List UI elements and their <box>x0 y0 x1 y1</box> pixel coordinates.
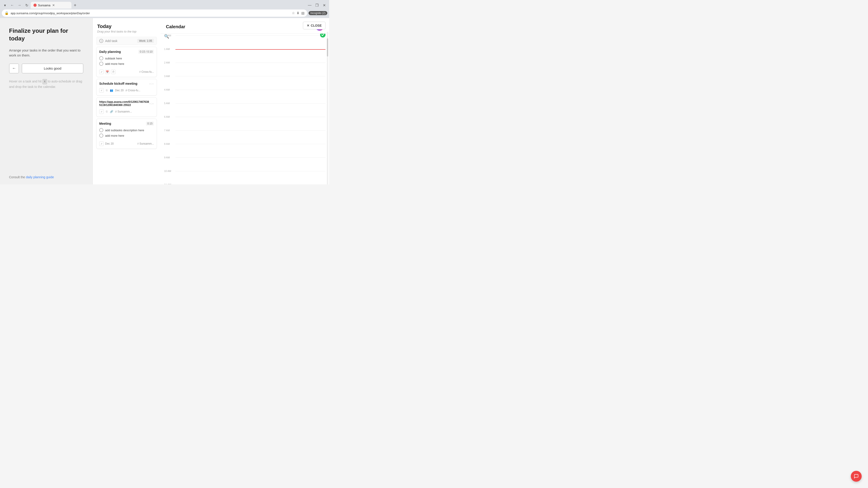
task-footer: ✓ 📅 ⏱ # Cross-fu... <box>99 68 154 74</box>
subtask-text: add more here <box>105 62 124 66</box>
back-nav-btn[interactable]: ← <box>9 2 16 8</box>
app-container: Finalize your plan for today Arrange you… <box>0 18 329 184</box>
forward-nav-btn[interactable]: → <box>16 2 23 8</box>
close-label: CLOSE <box>311 24 322 27</box>
calendar-time-row: 3 AM <box>164 74 326 88</box>
people-icon: 👥 <box>110 89 113 92</box>
calendar-time-row: 8 AM <box>164 142 326 156</box>
task-meta-row: ✓ ① 🔗 # Sunsamm... <box>99 108 154 114</box>
time-label-5am: 5 AM <box>164 101 176 105</box>
tag-text: Sunsamm... <box>140 142 154 145</box>
address-bar[interactable]: 🔒 app.sunsama.com/group/moodjoy_workspac… <box>2 9 307 17</box>
time-label-9am: 9 AM <box>164 156 176 159</box>
check-footer-icon[interactable]: ✓ <box>99 70 104 74</box>
time-label-12am: 12 AM <box>164 34 176 37</box>
add-task-left: + Add task <box>99 39 117 43</box>
task-title: Daily planning <box>99 50 121 54</box>
calendar-scroll[interactable]: 12 AM 1 AM 2 AM <box>160 34 329 184</box>
hint-key: X <box>42 79 47 84</box>
incognito-badge[interactable]: Incognito (2) <box>309 11 327 15</box>
sidebar-icon[interactable]: ▤ <box>301 11 305 15</box>
subtask-text: add subtasks description here <box>105 129 144 132</box>
task-card-header: Meeting 0:15 <box>99 122 154 126</box>
hint-text-before: Hover on a task and hit <box>9 79 41 83</box>
active-tab[interactable]: Sunsama ✕ <box>31 2 71 8</box>
tasks-panel: Today Drag your first tasks to the top +… <box>93 18 160 184</box>
check-icon[interactable] <box>99 56 103 60</box>
address-icons: ☆ ⬇ ▤ <box>292 11 305 15</box>
tag-text: Cross-fu... <box>128 89 141 92</box>
tab-favicon <box>33 4 37 7</box>
new-tab-btn[interactable]: + <box>72 2 78 8</box>
tab-title: Sunsama <box>38 4 51 7</box>
link-icon: 🔗 <box>110 110 113 113</box>
check-icon[interactable] <box>99 62 103 66</box>
clock-footer-icon[interactable]: ⏱ <box>111 70 116 74</box>
task-card-header: Schedule kickoff meeting –:– <box>99 82 154 86</box>
today-subtitle: Drag your first tasks to the top <box>97 30 156 33</box>
subtask-text: add more here <box>105 134 124 137</box>
calendar-time-row: 6 AM <box>164 115 326 129</box>
hash-icon: # <box>139 70 141 73</box>
footer-icons: ✓ 📅 ⏱ <box>99 70 116 74</box>
calendar-time-row: 5 AM <box>164 101 326 115</box>
hint-text: Hover on a task and hit X to auto-schedu… <box>9 79 84 90</box>
calendar-time-row: 9 AM <box>164 156 326 169</box>
date-text: Dec 20 <box>115 89 124 92</box>
task-card: Schedule kickoff meeting –:– ✓ ① 👥 Dec 2… <box>96 79 157 96</box>
daily-planning-guide-link[interactable]: daily planning guide <box>26 175 54 179</box>
task-title: Meeting <box>99 122 111 125</box>
subtask-row: add more here <box>99 61 154 66</box>
minimize-btn[interactable]: — <box>307 2 313 8</box>
task-title: https://app.asana.com/0/1206174676385119… <box>99 100 149 107</box>
back-button[interactable]: ← <box>9 64 19 73</box>
tab-bar: ▾ ← → ↻ Sunsama ✕ + — ❐ ✕ <box>0 0 329 8</box>
browser-chrome: ▾ ← → ↻ Sunsama ✕ + — ❐ ✕ 🔒 app.sunsama.… <box>0 0 329 18</box>
today-header: Today Drag your first tasks to the top <box>93 18 160 34</box>
time-line-8am <box>176 144 326 144</box>
address-bar-row: 🔒 app.sunsama.com/group/moodjoy_workspac… <box>0 8 329 18</box>
reload-btn[interactable]: ↻ <box>24 2 30 8</box>
close-button[interactable]: ✕ CLOSE <box>303 22 326 29</box>
time-line-3am <box>176 76 326 76</box>
calendar-time-row: 1 AM <box>164 47 326 61</box>
check-footer-icon[interactable]: ✓ <box>99 141 104 146</box>
calendar-time-row: 2 AM <box>164 61 326 74</box>
subtask-text: subtask here <box>105 57 122 60</box>
time-label-8am: 8 AM <box>164 142 176 145</box>
time-label-7am: 7 AM <box>164 129 176 132</box>
left-panel-subtitle: Arrange your tasks in the order that you… <box>9 48 84 58</box>
footer-icons: ✓ Dec 20 <box>99 141 114 146</box>
check-icon[interactable] <box>99 133 103 138</box>
task-time: 0:15 / 0:10 <box>138 50 154 54</box>
check-meta-icon[interactable]: ✓ <box>99 109 104 114</box>
check-meta-icon[interactable]: ✓ <box>99 88 104 93</box>
close-window-btn[interactable]: ✕ <box>321 2 327 8</box>
calendar-time-row: 10 AM <box>164 169 326 183</box>
task-title: Schedule kickoff meeting <box>99 82 137 86</box>
tab-close-btn[interactable]: ✕ <box>52 3 55 7</box>
task-card: https://app.asana.com/0/1206174676385119… <box>96 97 157 117</box>
schedule-dash: –:– <box>149 82 154 86</box>
tab-dropdown-btn[interactable]: ▾ <box>2 2 8 8</box>
hash-icon: # <box>115 110 117 113</box>
task-time: 0:15 <box>146 122 154 126</box>
task-meta-row: ✓ ① 👥 Dec 20 # Cross-fu... <box>99 87 154 93</box>
add-task-row[interactable]: + Add task Work: 1:05 <box>96 37 157 45</box>
task-card: Daily planning 0:15 / 0:10 subtask here … <box>96 47 157 77</box>
task-footer: ✓ Dec 20 # Sunsamm... <box>99 140 154 146</box>
check-icon[interactable] <box>99 128 103 132</box>
subtask-row: add more here <box>99 133 154 138</box>
download-icon[interactable]: ⬇ <box>297 11 300 15</box>
calendar-time-row: 7 AM <box>164 129 326 142</box>
subtask-row: add subtasks description here <box>99 127 154 133</box>
bookmark-icon[interactable]: ☆ <box>292 11 295 15</box>
time-line-4am <box>176 90 326 90</box>
time-label-6am: 6 AM <box>164 115 176 118</box>
task-tag: # Sunsamm... <box>137 142 154 145</box>
calendar-time-row: 12 AM <box>164 34 326 47</box>
calendar-footer-icon[interactable]: 📅 <box>105 70 110 74</box>
looks-good-button[interactable]: Looks good <box>22 64 84 73</box>
time-line-12am <box>176 35 326 36</box>
maximize-btn[interactable]: ❐ <box>314 2 320 8</box>
